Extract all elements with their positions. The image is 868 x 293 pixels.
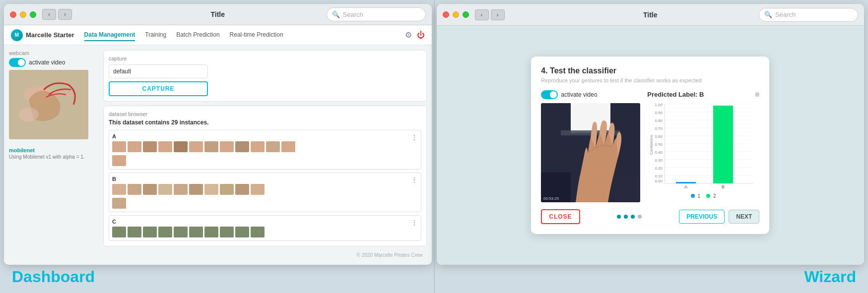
- thumb: [128, 141, 141, 152]
- dashboard-label: Dashboard: [8, 266, 99, 288]
- thumb: [174, 184, 188, 195]
- chart-menu[interactable]: ≡: [755, 90, 759, 99]
- legend-item-1: 1: [691, 193, 700, 199]
- dot-navigation: [584, 215, 675, 219]
- capture-label: capture: [109, 56, 421, 61]
- webcam-toggle[interactable]: [9, 58, 26, 67]
- dataset-browser: dataset browser This dataset contains 29…: [103, 106, 427, 246]
- logo-icon: M: [11, 29, 23, 41]
- forward-button-right[interactable]: ›: [491, 9, 505, 20]
- thumb: [174, 227, 188, 237]
- search-icon-right: 🔍: [764, 11, 772, 18]
- thumb: [112, 155, 126, 166]
- class-a-images: [112, 141, 418, 166]
- wizard-subtitle: Reproduce your gestures to test if the c…: [541, 77, 759, 83]
- webcam-preview: [9, 70, 88, 139]
- thumb: [204, 184, 218, 195]
- webcam-label: webcam: [9, 50, 98, 56]
- svg-text:00:53:25: 00:53:25: [543, 196, 559, 201]
- svg-point-2: [19, 108, 39, 121]
- thumb: [281, 141, 295, 152]
- thumb: [112, 227, 126, 237]
- forward-button-left[interactable]: ›: [58, 9, 72, 20]
- wizard-right: Predicted Label: B ≡ 1.00 0.90 0.80 0.70: [647, 90, 759, 202]
- dataset-browser-label: dataset browser: [109, 111, 421, 117]
- close-button[interactable]: CLOSE: [541, 209, 580, 224]
- svg-text:Confidence: Confidence: [649, 134, 654, 155]
- thumb: [189, 184, 203, 195]
- dot-2[interactable]: [624, 215, 628, 219]
- search-text-right: Search: [775, 11, 796, 18]
- back-button-right[interactable]: ‹: [475, 9, 489, 20]
- dashboard-window: ‹ › Title 🔍 Search M Marcelle Starter Da…: [4, 4, 432, 265]
- tab-training[interactable]: Training: [145, 29, 166, 41]
- left-panel: webcam activate video: [9, 50, 98, 260]
- next-button[interactable]: NEXT: [729, 210, 759, 224]
- dashboard-label-container: Dashboard: [4, 265, 432, 289]
- tab-batch-prediction[interactable]: Batch Prediction: [176, 29, 219, 41]
- class-row-c: C: [109, 215, 421, 241]
- svg-text:0.30: 0.30: [655, 158, 663, 163]
- thumb: [189, 141, 203, 152]
- thumb: [251, 184, 265, 195]
- thumb: [143, 141, 157, 152]
- search-bar-right[interactable]: 🔍 Search: [759, 8, 858, 22]
- capture-button[interactable]: CAPTURE: [109, 81, 208, 96]
- thumb: [220, 141, 234, 152]
- thumb: [251, 227, 265, 237]
- close-button-right[interactable]: [443, 11, 449, 18]
- thumb: [189, 227, 203, 237]
- wizard-left: activate video: [541, 90, 640, 202]
- thumb: [158, 141, 172, 152]
- class-b-menu[interactable]: ⋮: [411, 176, 418, 184]
- model-name: mobilenet: [9, 147, 98, 153]
- previous-button[interactable]: PREVIOUS: [679, 210, 725, 224]
- minimize-button-right[interactable]: [453, 11, 459, 18]
- capture-input[interactable]: [109, 64, 208, 78]
- svg-text:B: B: [722, 184, 725, 189]
- legend-item-2: 2: [706, 193, 716, 199]
- thumb: [235, 141, 249, 152]
- titlebar-right: ‹ › Title 🔍 Search: [437, 4, 865, 26]
- class-c-menu[interactable]: ⋮: [411, 219, 418, 227]
- svg-text:0.60: 0.60: [655, 134, 663, 139]
- webcam-art: [9, 70, 88, 139]
- thumb: [143, 227, 157, 237]
- thumb: [251, 141, 265, 152]
- settings-icon[interactable]: ⚙: [405, 30, 412, 40]
- power-icon[interactable]: ⏻: [417, 31, 425, 40]
- thumb: [112, 184, 126, 195]
- minimize-button-left[interactable]: [20, 11, 26, 18]
- webcam-toggle-row: activate video: [9, 58, 98, 67]
- thumb: [235, 184, 249, 195]
- maximize-button-right[interactable]: [463, 11, 469, 18]
- model-desc: Using Mobilenet v1 with alpha = 1.: [9, 154, 98, 160]
- close-button-left[interactable]: [10, 11, 16, 18]
- wizard-video-toggle[interactable]: [541, 90, 558, 99]
- dot-4[interactable]: [638, 215, 642, 219]
- nav-buttons-left: ‹ ›: [42, 9, 72, 20]
- nav-right: ⚙ ⏻: [405, 30, 425, 40]
- search-bar-left[interactable]: 🔍 Search: [327, 7, 426, 21]
- thumb: [235, 227, 249, 237]
- thumb: [158, 227, 172, 237]
- wizard-content: 4. Test the classifier Reproduce your ge…: [437, 26, 865, 265]
- bar-a: [676, 182, 696, 183]
- chart-area: 1.00 0.90 0.80 0.70 0.60 0.50 0.40 0.30 …: [647, 100, 759, 202]
- thumb: [158, 184, 172, 195]
- tab-realtime-prediction[interactable]: Real-time Prediction: [230, 29, 283, 41]
- dashboard-content: webcam activate video: [4, 45, 432, 265]
- titlebar-left: ‹ › Title 🔍 Search: [4, 4, 432, 25]
- svg-rect-9: [615, 177, 640, 202]
- class-b-images: [112, 184, 418, 209]
- class-a-menu[interactable]: ⋮: [411, 133, 418, 141]
- thumb: [204, 227, 218, 237]
- dot-3[interactable]: [631, 215, 635, 219]
- tab-data-management[interactable]: Data Management: [84, 29, 135, 41]
- maximize-button-left[interactable]: [30, 11, 36, 18]
- class-row-a: A: [109, 130, 421, 170]
- back-button-left[interactable]: ‹: [42, 9, 56, 20]
- webcam-section: webcam activate video: [9, 50, 98, 139]
- app-logo: M Marcelle Starter: [11, 29, 74, 41]
- dot-1[interactable]: [617, 215, 621, 219]
